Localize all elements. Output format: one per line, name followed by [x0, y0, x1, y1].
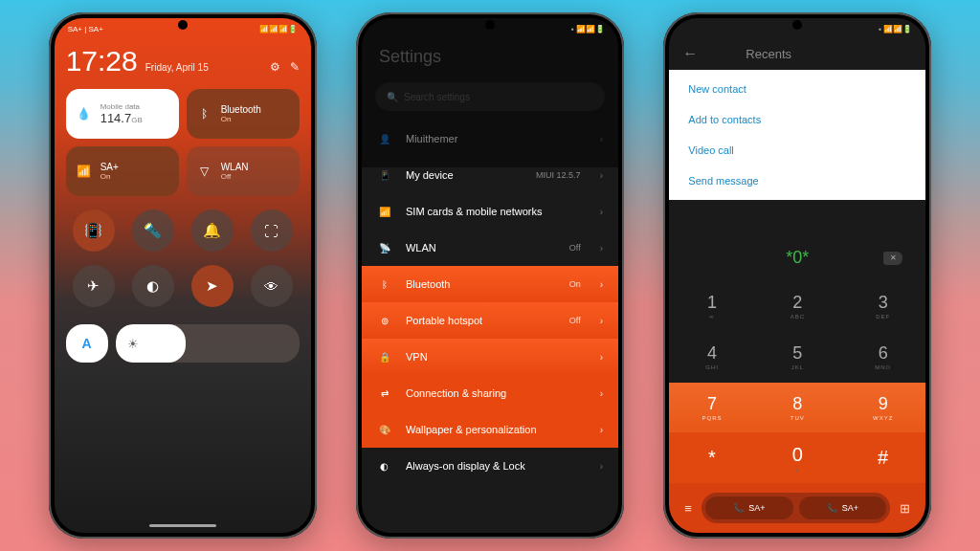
dialpad-key[interactable]: 7PQRS	[669, 383, 754, 433]
edit-icon[interactable]: ✎	[290, 60, 300, 74]
menu-item[interactable]: New contact	[669, 74, 925, 104]
menu-item[interactable]: Send message	[669, 165, 925, 196]
key-number: 7	[707, 394, 717, 414]
call-button-group: 📞SA+ 📞SA+	[702, 493, 890, 523]
settings-item[interactable]: ᛒBluetoothOn›	[362, 266, 618, 302]
key-letters: +	[795, 467, 800, 473]
menu-item[interactable]: Video call	[669, 135, 925, 165]
item-label: Bluetooth	[406, 278, 556, 290]
tile-sa[interactable]: 📶 SA+ On	[66, 146, 179, 196]
key-number: 5	[792, 343, 802, 364]
dialpad-key[interactable]: 4GHI	[669, 332, 754, 383]
statusbar-right: 📶📶📶🔋	[259, 25, 298, 33]
key-letters: GHI	[705, 364, 719, 370]
tile-status: Off	[221, 172, 249, 181]
item-icon: ◐	[377, 458, 392, 474]
item-icon: ᛒ	[377, 276, 392, 292]
dialpad: 1∞2ABC3DEF4GHI5JKL6MNO7PQRS8TUV9WXYZ*0+#	[669, 281, 925, 483]
dialpad-key[interactable]: 5JKL	[755, 332, 840, 383]
chevron-right-icon: ›	[600, 170, 603, 181]
dialpad-key[interactable]: #	[840, 432, 925, 483]
settings-item[interactable]: 🔒VPN›	[362, 339, 618, 375]
tile-status: On	[100, 172, 119, 181]
item-label: Always-on display & Lock	[406, 460, 568, 472]
item-icon: 📱	[377, 167, 392, 183]
bluetooth-icon: ᛒ	[196, 105, 213, 122]
toggle-darkmode[interactable]: ◐	[132, 265, 174, 307]
chevron-right-icon: ›	[600, 352, 603, 363]
toggle-eyecare[interactable]: 👁	[251, 265, 293, 307]
dialpad-key[interactable]: *	[669, 432, 754, 483]
key-letters: ABC	[791, 314, 805, 320]
settings-icon[interactable]: ⚙	[270, 60, 280, 74]
item-icon: 📡	[377, 240, 392, 255]
back-icon[interactable]: ←	[682, 45, 698, 62]
settings-item[interactable]: 🎨Wallpaper & personalization›	[362, 411, 618, 448]
key-number: 4	[707, 343, 717, 364]
tile-mobile-data[interactable]: 💧 Mobile data 114.7GB	[66, 89, 179, 139]
key-letters: MNO	[875, 364, 891, 370]
key-number: 3	[879, 293, 888, 313]
statusbar-icons: ▪ 📶📶🔋	[571, 25, 605, 33]
tile-status: On	[221, 115, 261, 123]
key-letters: WXYZ	[873, 415, 893, 421]
settings-item[interactable]: ⊚Portable hotspotOff›	[362, 302, 618, 339]
phone-icon: 📞	[827, 503, 837, 513]
dialpad-key[interactable]: 3DEF	[840, 281, 925, 332]
item-icon: ⊚	[377, 313, 392, 328]
settings-item[interactable]: 📶SIM cards & mobile networks›	[362, 193, 618, 230]
backspace-icon[interactable]: ✕	[883, 252, 902, 265]
clock-time: 17:28	[66, 45, 138, 77]
item-label: SIM cards & mobile networks	[406, 206, 568, 217]
menu-icon[interactable]: ≡	[684, 501, 692, 516]
menu-item[interactable]: Add to contacts	[669, 104, 925, 135]
auto-brightness-toggle[interactable]: A	[66, 324, 108, 363]
tile-label: SA+	[100, 162, 119, 172]
settings-item[interactable]: ◐Always-on display & Lock›	[362, 448, 618, 484]
settings-item[interactable]: 📡WLANOff›	[362, 230, 618, 266]
dialpad-icon[interactable]: ⊞	[900, 501, 910, 516]
toggle-vibrate[interactable]: 📳	[73, 209, 115, 252]
tile-wlan[interactable]: ▽ WLAN Off	[187, 146, 300, 196]
dialpad-key[interactable]: 9WXYZ	[840, 383, 925, 433]
camera-notch	[178, 20, 188, 30]
phone-dialer: ▪ 📶📶🔋 ← Recents New contactAdd to contac…	[663, 12, 931, 539]
toggle-flashlight[interactable]: 🔦	[132, 209, 174, 252]
chevron-right-icon: ›	[600, 388, 603, 399]
key-number: 2	[792, 293, 802, 313]
dial-display: *0* ✕	[669, 234, 925, 281]
call-sim1-button[interactable]: 📞SA+	[705, 496, 793, 519]
dialpad-key[interactable]: 6MNO	[840, 332, 925, 383]
dialed-number: *0*	[786, 248, 809, 268]
toggle-dnd[interactable]: 🔔	[191, 209, 234, 252]
tile-bluetooth[interactable]: ᛒ Bluetooth On	[187, 89, 300, 139]
tile-label: WLAN	[221, 162, 249, 172]
dialpad-key[interactable]: 2ABC	[755, 281, 840, 332]
chevron-right-icon: ›	[600, 316, 603, 326]
settings-item[interactable]: ⇄Connection & sharing›	[362, 375, 618, 411]
call-sim2-button[interactable]: 📞SA+	[799, 496, 887, 519]
item-label: Portable hotspot	[406, 315, 556, 326]
chevron-right-icon: ›	[600, 425, 603, 435]
camera-notch	[792, 20, 802, 30]
dim-overlay	[362, 18, 618, 167]
toggle-screenshot[interactable]: ⛶	[251, 209, 293, 252]
key-letters: ∞	[709, 314, 714, 320]
key-number: #	[878, 447, 888, 469]
key-number: 0	[792, 444, 803, 466]
home-indicator[interactable]	[149, 524, 216, 527]
key-letters: JKL	[791, 364, 804, 370]
key-number: 1	[707, 293, 717, 313]
item-label: My device	[406, 169, 523, 181]
tile-label: Mobile data	[100, 102, 143, 111]
toggle-location[interactable]: ➤	[191, 265, 234, 307]
phone-settings: ▪ 📶📶🔋 Settings 🔍 Search settings 👤Miuith…	[356, 12, 624, 539]
dialpad-key[interactable]: 0+	[755, 432, 840, 483]
key-letters: DEF	[876, 314, 890, 320]
chevron-right-icon: ›	[600, 207, 603, 217]
toggle-airplane[interactable]: ✈	[73, 265, 115, 307]
dialpad-key[interactable]: 8TUV	[755, 383, 840, 433]
chevron-right-icon: ›	[600, 243, 603, 253]
dialpad-key[interactable]: 1∞	[669, 281, 754, 332]
brightness-slider[interactable]: ☀	[116, 324, 300, 363]
